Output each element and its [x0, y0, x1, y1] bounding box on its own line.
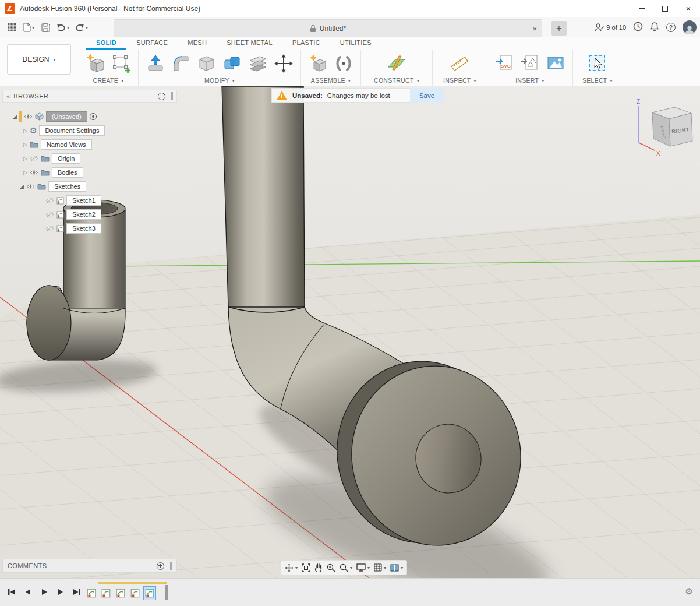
insert-mesh-icon[interactable] [519, 52, 541, 75]
expander-collapsed-icon[interactable]: ▷ [23, 156, 27, 161]
tree-item-label[interactable]: Origin [52, 153, 80, 164]
play-button[interactable] [37, 586, 51, 598]
tree-row-sketches[interactable]: ◢ Sketches [20, 179, 86, 193]
visibility-off-eye-icon[interactable] [45, 198, 54, 203]
add-comment-icon[interactable] [157, 562, 164, 570]
notifications-button[interactable] [650, 22, 659, 34]
visibility-off-eye-icon[interactable] [30, 156, 38, 161]
job-status-button[interactable]: 9 of 10 [595, 23, 626, 32]
collapse-panel-icon[interactable]: « [6, 93, 10, 100]
tree-item-label[interactable]: Named Views [41, 139, 92, 150]
measure-icon[interactable] [448, 52, 471, 75]
go-to-start-button[interactable] [5, 586, 19, 598]
help-button[interactable]: ? [666, 23, 676, 32]
comments-resize-grip[interactable] [170, 562, 172, 570]
combine-icon[interactable] [221, 52, 243, 75]
tree-row-named-views[interactable]: ▷ Named Views [23, 138, 92, 152]
tree-row-sketch1[interactable]: Sketch1 [45, 193, 101, 207]
viewports-button[interactable]: ▾ [390, 564, 403, 572]
timeline-settings-gear-icon[interactable]: ⚙ [685, 586, 693, 597]
collapse-all-icon[interactable] [158, 93, 165, 100]
expander-expanded-icon[interactable]: ◢ [13, 114, 17, 119]
tab-plastic[interactable]: PLASTIC [282, 37, 330, 50]
tab-mesh[interactable]: MESH [178, 37, 217, 50]
user-avatar[interactable] [683, 20, 697, 34]
tree-item-label[interactable]: Sketch2 [66, 209, 101, 220]
modify-menu[interactable]: MODIFY▾ [204, 76, 235, 85]
expander-collapsed-icon[interactable]: ▷ [23, 170, 27, 175]
expander-collapsed-icon[interactable]: ▷ [23, 128, 27, 133]
expander-collapsed-icon[interactable]: ▷ [23, 142, 27, 147]
viewport-canvas[interactable]: Z X RIGHT FRONT ! Unsaved: Changes may b… [0, 86, 700, 578]
new-tab-button[interactable]: + [551, 21, 567, 36]
canvas-icon[interactable] [545, 52, 567, 75]
visibility-eye-icon[interactable] [30, 170, 38, 175]
visibility-off-eye-icon[interactable] [45, 226, 54, 231]
timeline-track[interactable] [85, 582, 184, 603]
tree-row-sketch2[interactable]: Sketch2 [45, 207, 101, 221]
close-button[interactable]: × [677, 0, 700, 17]
activate-target-icon[interactable] [90, 113, 97, 120]
timeline-feature-sketch1[interactable] [85, 586, 98, 600]
tab-surface[interactable]: SURFACE [126, 37, 178, 50]
step-forward-button[interactable] [54, 586, 68, 598]
comments-bar[interactable]: COMMENTS [2, 559, 177, 573]
root-document-label[interactable]: (Unsaved) [46, 111, 87, 122]
new-component-icon[interactable] [307, 52, 329, 75]
shell-icon[interactable] [196, 52, 218, 75]
maximize-button[interactable] [653, 0, 677, 17]
redo-button[interactable]: ▾ [73, 20, 90, 35]
construct-menu[interactable]: CONSTRUCT▾ [374, 76, 419, 85]
extensions-button[interactable] [633, 22, 643, 34]
move-copy-icon[interactable] [273, 52, 295, 75]
zoom-window-button[interactable] [327, 563, 335, 572]
orbit-button[interactable]: ▾ [285, 563, 298, 572]
undo-button[interactable]: ▾ [55, 20, 71, 35]
construct-plane-icon[interactable] [386, 52, 408, 75]
minimize-button[interactable] [630, 0, 653, 17]
create-menu[interactable]: CREATE▾ [93, 76, 124, 85]
visibility-eye-icon[interactable] [26, 184, 35, 189]
save-button[interactable] [38, 20, 52, 35]
tree-row-bodies[interactable]: ▷ Bodies [23, 165, 83, 179]
create-sketch-icon[interactable] [110, 52, 132, 75]
insert-menu[interactable]: INSERT▾ [515, 76, 544, 85]
visibility-off-eye-icon[interactable] [45, 212, 54, 217]
app-grid-icon[interactable] [5, 20, 19, 35]
new-solid-icon[interactable] [84, 52, 107, 75]
save-action-button[interactable]: Save [410, 88, 444, 103]
grid-snap-button[interactable]: ▾ [374, 563, 386, 572]
go-to-end-button[interactable] [70, 586, 84, 598]
tree-item-label[interactable]: Sketch1 [66, 195, 101, 206]
tree-row-root[interactable]: ◢ (Unsaved) [13, 110, 97, 124]
timeline-position-marker[interactable] [165, 585, 168, 600]
timeline-feature-sketch2[interactable] [100, 586, 112, 600]
workspace-switcher[interactable]: DESIGN ▾ [7, 44, 71, 75]
pan-hand-button[interactable] [314, 563, 323, 572]
tree-item-label[interactable]: Document Settings [39, 125, 105, 136]
tree-item-label[interactable]: Sketch3 [66, 223, 101, 234]
tree-row-origin[interactable]: ▷ Origin [23, 152, 80, 165]
offset-faces-icon[interactable] [247, 52, 269, 75]
tree-row-sketch3[interactable]: Sketch3 [45, 221, 101, 235]
tab-sheet-metal[interactable]: SHEET METAL [217, 37, 282, 50]
inspect-menu[interactable]: INSPECT▾ [443, 76, 476, 85]
panel-resize-grip[interactable] [171, 92, 173, 100]
timeline-feature-extrude1[interactable] [129, 586, 142, 600]
joint-icon[interactable] [333, 52, 355, 75]
tree-item-label[interactable]: Sketches [48, 181, 86, 192]
tab-utilities[interactable]: UTILITIES [330, 37, 381, 50]
step-back-button[interactable] [21, 586, 35, 598]
zoom-button[interactable]: ▾ [340, 563, 352, 572]
visibility-eye-icon[interactable] [24, 114, 33, 119]
timeline-feature-selected[interactable] [143, 586, 156, 600]
expander-expanded-icon[interactable]: ◢ [20, 184, 24, 189]
document-tab[interactable]: Untitled* × [114, 19, 542, 37]
fillet-icon[interactable] [170, 52, 192, 75]
insert-svg-icon[interactable]: SVG [493, 52, 515, 75]
file-menu-button[interactable]: ▾ [21, 20, 36, 35]
press-pull-icon[interactable] [144, 52, 167, 75]
fit-button[interactable] [302, 563, 310, 572]
display-settings-button[interactable]: ▾ [356, 563, 370, 572]
select-icon[interactable] [586, 52, 609, 75]
